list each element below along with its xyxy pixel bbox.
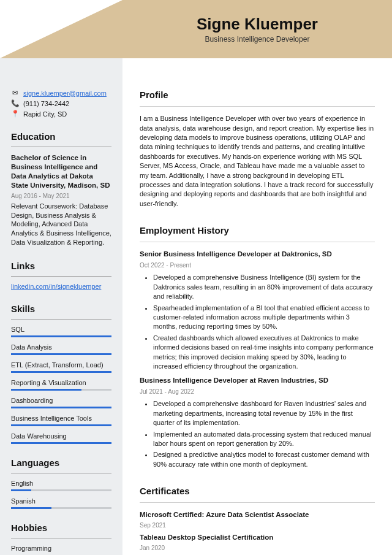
education-title: Bachelor of Science in Business Intellig… xyxy=(11,153,111,190)
employment-section: Employment History Senior Business Intel… xyxy=(140,224,375,469)
skill-row: Data Warehousing xyxy=(11,432,111,444)
employment-heading: Employment History xyxy=(140,224,375,237)
skills-heading: Skills xyxy=(11,304,111,314)
sidebar: ✉ signe.kluemper@gmail.com 📞 (911) 734-2… xyxy=(0,0,123,555)
skill-bar xyxy=(11,442,111,444)
skill-row: English xyxy=(11,480,111,491)
divider xyxy=(140,502,375,503)
job-title: Business Intelligence Developer at Raven… xyxy=(140,376,375,386)
skill-row: Reporting & Visualization xyxy=(11,379,111,391)
skill-name: English xyxy=(11,480,111,487)
skill-fill xyxy=(11,442,111,444)
contact-phone: 📞 (911) 734-2442 xyxy=(11,99,111,107)
phone-text: (911) 734-2442 xyxy=(23,100,69,107)
skill-fill xyxy=(11,507,51,509)
header: Signe Kluemper Business Intelligence Dev… xyxy=(123,0,392,58)
person-name: Signe Kluemper xyxy=(197,15,318,34)
skill-bar xyxy=(11,424,111,426)
job-bullet: Implemented an automated data-processing… xyxy=(153,430,375,449)
skill-name: Data Warehousing xyxy=(11,432,111,440)
hobby-item: Programming xyxy=(11,545,111,552)
main-content: Profile I am a Business Intelligence Dev… xyxy=(123,0,392,555)
languages-list: EnglishSpanish xyxy=(11,480,111,509)
job-bullet: Spearheaded implementation of a BI tool … xyxy=(153,304,375,332)
job-dates: Oct 2022 - Present xyxy=(140,261,375,270)
jobs-list: Senior Business Intelligence Developer a… xyxy=(140,250,375,469)
skill-bar xyxy=(11,335,111,337)
skill-row: Dashboarding xyxy=(11,397,111,408)
cert-title: Tableau Desktop Specialist Certification xyxy=(140,533,375,543)
divider xyxy=(11,319,111,320)
skill-name: SQL xyxy=(11,326,111,333)
skill-bar xyxy=(11,353,111,355)
education-dates: Aug 2016 - May 2021 xyxy=(11,193,111,199)
skill-bar xyxy=(11,489,111,491)
hobbies-list: ProgrammingData Analysis xyxy=(11,545,111,555)
job-bullet: Developed a comprehensive Business Intel… xyxy=(153,273,375,301)
certificates-heading: Certificates xyxy=(140,485,375,497)
job: Business Intelligence Developer at Raven… xyxy=(140,376,375,469)
phone-icon: 📞 xyxy=(11,99,18,107)
skill-bar xyxy=(11,407,111,408)
pin-icon: 📍 xyxy=(11,110,18,118)
certificates-section: Certificates Microsoft Certified: Azure … xyxy=(140,485,375,552)
job-bullet: Designed a predictive analytics model to… xyxy=(153,450,375,469)
divider xyxy=(11,538,111,538)
divider xyxy=(11,473,111,473)
skill-row: SQL xyxy=(11,326,111,337)
skill-fill xyxy=(11,389,81,391)
profile-heading: Profile xyxy=(140,89,375,101)
email-link[interactable]: signe.kluemper@gmail.com xyxy=(23,90,107,97)
contact-location: 📍 Rapid City, SD xyxy=(11,110,111,118)
education-heading: Education xyxy=(11,131,111,142)
cert-date: Sep 2021 xyxy=(140,521,375,530)
skill-fill xyxy=(11,424,111,426)
header-triangle xyxy=(0,0,123,58)
languages-heading: Languages xyxy=(11,457,111,468)
divider xyxy=(11,147,111,147)
job: Senior Business Intelligence Developer a… xyxy=(140,250,375,371)
job-title: Senior Business Intelligence Developer a… xyxy=(140,250,375,259)
job-bullets: Developed a comprehensive dashboard for … xyxy=(140,399,375,469)
skill-name: ETL (Extract, Transform, Load) xyxy=(11,361,111,369)
skill-bar xyxy=(11,389,111,391)
certs-list: Microsoft Certified: Azure Data Scientis… xyxy=(140,510,375,552)
skills-list: SQLData AnalysisETL (Extract, Transform,… xyxy=(11,326,111,444)
skill-name: Dashboarding xyxy=(11,397,111,404)
hobbies-heading: Hobbies xyxy=(11,522,111,533)
cert-date: Jan 2020 xyxy=(140,544,375,553)
job-bullet: Developed a comprehensive dashboard for … xyxy=(153,399,375,427)
skill-fill xyxy=(11,489,31,491)
profile-text: I am a Business Intelligence Developer w… xyxy=(140,114,375,209)
cert-title: Microsoft Certified: Azure Data Scientis… xyxy=(140,510,375,520)
envelope-icon: ✉ xyxy=(11,89,18,97)
skill-name: Business Intelligence Tools xyxy=(11,415,111,422)
link-item[interactable]: linkedin.com/in/signekluemper xyxy=(11,283,101,290)
skill-fill xyxy=(11,371,111,373)
links-list: linkedin.com/in/signekluemper xyxy=(11,283,111,290)
skill-row: Spanish xyxy=(11,497,111,509)
divider xyxy=(140,242,375,242)
skill-bar xyxy=(11,371,111,373)
divider xyxy=(140,106,375,107)
skill-bar xyxy=(11,507,111,509)
education-body: Relevant Coursework: Database Design, Bu… xyxy=(11,202,111,247)
skill-name: Reporting & Visualization xyxy=(11,379,111,386)
profile-section: Profile I am a Business Intelligence Dev… xyxy=(140,89,375,209)
skill-row: Data Analysis xyxy=(11,343,111,355)
skill-name: Spanish xyxy=(11,497,111,505)
contact-email: ✉ signe.kluemper@gmail.com xyxy=(11,89,111,97)
skill-fill xyxy=(11,335,111,337)
location-text: Rapid City, SD xyxy=(23,110,67,118)
links-heading: Links xyxy=(11,261,111,271)
skill-fill xyxy=(11,407,111,408)
skill-fill xyxy=(11,353,111,355)
job-bullets: Developed a comprehensive Business Intel… xyxy=(140,273,375,371)
person-subtitle: Business Intelligence Developer xyxy=(205,35,310,44)
job-bullet: Created dashboards which allowed executi… xyxy=(153,334,375,372)
skill-name: Data Analysis xyxy=(11,343,111,351)
job-dates: Jul 2021 - Aug 2022 xyxy=(140,388,375,396)
skill-row: Business Intelligence Tools xyxy=(11,415,111,426)
divider xyxy=(11,276,111,277)
skill-row: ETL (Extract, Transform, Load) xyxy=(11,361,111,373)
